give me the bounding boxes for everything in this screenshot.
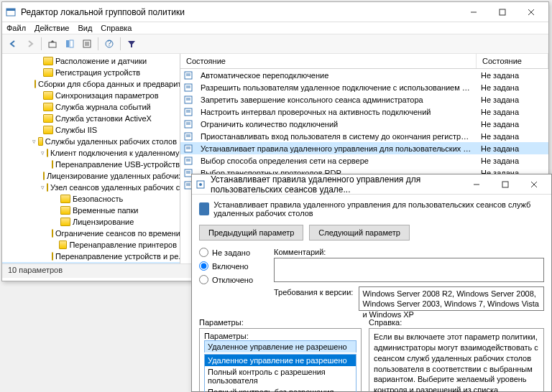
tree-label: Перенаправление устройств и ре... — [55, 252, 180, 261]
tree-item[interactable]: ▿Клиент подключения к удаленному р... — [2, 147, 180, 159]
comment-textbox[interactable] — [274, 258, 544, 282]
policy-state: Не задана — [477, 131, 548, 141]
folder-icon — [34, 80, 36, 88]
show-hide-tree-button[interactable] — [62, 36, 78, 52]
forward-button[interactable] — [22, 36, 38, 52]
policy-icon — [195, 179, 206, 190]
folder-icon — [43, 68, 53, 77]
tree-twisty-icon[interactable]: ▿ — [41, 184, 45, 191]
svg-rect-3 — [500, 9, 505, 15]
tree-item[interactable]: Регистрация устройств — [2, 67, 180, 78]
policy-title: Устанавливает правила удаленного управле… — [196, 144, 477, 154]
tree-item[interactable]: Перенаправление устройств и ре... — [2, 251, 180, 262]
folder-icon — [43, 103, 53, 111]
tree-pane[interactable]: Расположение и датчикиРегистрация устрой… — [2, 54, 180, 263]
next-param-button[interactable]: Следующий параметр — [309, 225, 410, 241]
combo-option[interactable]: Удаленное управление не разрешено — [205, 355, 356, 366]
tree-item[interactable]: Временные папки — [2, 205, 180, 216]
help-button[interactable]: ? — [101, 36, 117, 52]
policy-row[interactable]: Настроить интервал проверочных на активн… — [180, 106, 548, 118]
svg-rect-7 — [66, 40, 69, 47]
svg-point-46 — [199, 183, 202, 186]
policy-title: Приостанавливать вход пользователя в сис… — [196, 131, 477, 141]
radio-disabled[interactable]: Отключено — [199, 275, 265, 284]
policy-item-icon — [183, 83, 193, 93]
policy-item-icon — [183, 119, 193, 129]
combo-option[interactable]: Полный контроль без разрешения пользоват… — [205, 386, 356, 392]
svg-rect-48 — [502, 182, 508, 187]
tree-item[interactable]: ▿Узел сеансов удаленных рабочих сто... — [2, 182, 180, 193]
help-textbox[interactable]: Если вы включаете этот параметр политики… — [369, 328, 544, 392]
params-combo[interactable]: Удаленное управление не разрешено — [204, 340, 356, 353]
tree-label: Служба журнала событий — [55, 103, 151, 111]
minimize-button[interactable] — [459, 4, 488, 21]
params-combo-dropdown[interactable]: Удаленное управление не разрешеноПолный … — [204, 354, 356, 392]
params-group: Параметры: Удаленное управление не разре… — [199, 328, 362, 392]
policy-row[interactable]: Ограничить количество подключенийНе зада… — [180, 118, 548, 130]
dlg-minimize-button[interactable] — [462, 176, 491, 193]
close-button[interactable] — [517, 4, 546, 21]
tree-item[interactable]: Службы IIS — [2, 124, 180, 136]
folder-icon — [52, 160, 53, 169]
tree-item[interactable]: Перенаправление принтеров — [2, 239, 180, 251]
requirements-label: Требования к версии: — [274, 286, 353, 311]
policy-row[interactable]: Приостанавливать вход пользователя в сис… — [180, 130, 548, 142]
combo-option[interactable]: Полный контроль с разрешения пользовател… — [205, 366, 356, 386]
policy-row[interactable]: Автоматическое переподключениеНе задана — [180, 69, 548, 81]
tree-item[interactable]: Лицензирование удаленных рабочих ... — [2, 170, 180, 182]
policy-state: Не задана — [477, 83, 548, 93]
policy-row[interactable]: Запретить завершение консольного сеанса … — [180, 93, 548, 106]
tree-item[interactable]: Служба журнала событий — [2, 101, 180, 113]
tree-twisty-icon[interactable]: ▿ — [41, 149, 45, 157]
maximize-button[interactable] — [488, 4, 517, 21]
policy-row[interactable]: Разрешить пользователям удаленное подклю… — [180, 81, 548, 93]
separator — [120, 37, 121, 50]
folder-icon — [43, 91, 53, 100]
policy-dialog: Устанавливает правила удаленного управле… — [191, 174, 552, 392]
tree-label: Перенаправление USB-устройств ... — [55, 160, 180, 169]
menu-help[interactable]: Справка — [101, 24, 132, 32]
tree-item[interactable]: Ограничение сеансов по времени — [2, 228, 180, 239]
tree-item[interactable]: Сборки для сбора данных и предварите... — [2, 78, 180, 90]
policy-state: Не задана — [477, 144, 548, 154]
filter-button[interactable] — [124, 36, 139, 52]
tree-label: Сборки для сбора данных и предварите... — [38, 80, 180, 88]
separator — [98, 37, 98, 50]
column-name[interactable]: Состояние — [180, 54, 477, 68]
policy-state: Не задана — [477, 156, 548, 166]
policy-item-icon — [183, 131, 193, 141]
dialog-titlebar: Устанавливает правила удаленного управле… — [192, 174, 551, 195]
inner-params-label: Параметры: — [204, 332, 249, 340]
tree-item[interactable]: Расположение и датчики — [2, 55, 180, 67]
column-state[interactable]: Состояние — [477, 54, 548, 68]
tree-item[interactable]: Безопасность — [2, 193, 180, 205]
properties-button[interactable] — [79, 36, 95, 52]
radio-not-configured[interactable]: Не задано — [199, 248, 265, 257]
menu-file[interactable]: Файл — [6, 24, 26, 32]
policy-state: Не задана — [477, 107, 548, 117]
menubar: Файл Действие Вид Справка — [2, 22, 548, 34]
dlg-maximize-button[interactable] — [491, 176, 520, 193]
menu-action[interactable]: Действие — [34, 24, 69, 32]
policy-title: Настроить интервал проверочных на активн… — [196, 107, 477, 117]
menu-view[interactable]: Вид — [78, 24, 92, 32]
tree-item[interactable]: Синхронизация параметров — [2, 90, 180, 101]
tree-label: Ограничение сеансов по времени — [55, 229, 180, 238]
dlg-close-button[interactable] — [520, 176, 548, 193]
tree-item[interactable]: Перенаправление USB-устройств ... — [2, 159, 180, 170]
tree-item[interactable]: Подключения — [2, 262, 180, 263]
radio-enabled[interactable]: Включено — [199, 261, 265, 271]
tree-twisty-icon[interactable]: ▿ — [32, 138, 36, 145]
tree-label: Клиент подключения к удаленному р... — [50, 149, 180, 157]
tree-item[interactable]: Лицензирование — [2, 216, 180, 228]
policy-row[interactable]: Устанавливает правила удаленного управле… — [180, 142, 548, 154]
svg-rect-6 — [49, 42, 56, 47]
up-button[interactable] — [45, 36, 60, 52]
tree-item[interactable]: ▿Службы удаленных рабочих столов — [2, 136, 180, 147]
back-button[interactable] — [5, 36, 21, 52]
tree-item[interactable]: Служба установки ActiveX — [2, 113, 180, 124]
policy-row[interactable]: Выбор способа определения сети на сервер… — [180, 154, 548, 167]
main-title: Редактор локальной групповой политики — [21, 7, 459, 17]
prev-param-button[interactable]: Предыдущий параметр — [199, 225, 303, 241]
policy-state: Не задана — [477, 70, 548, 80]
